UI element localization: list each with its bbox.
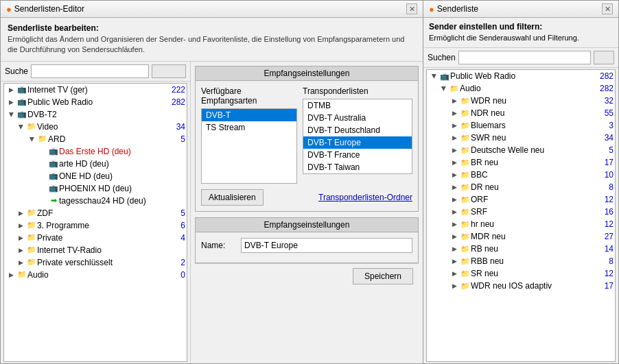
right-expand-wdr-neu-ios[interactable] <box>449 280 460 291</box>
transponder-ordner-link[interactable]: Transponderlisten-Ordner <box>318 193 412 202</box>
right-label-rbb-neu: RBB neu <box>471 256 606 266</box>
bottom-bar: Speichern <box>195 263 419 289</box>
right-expand-dr-neu[interactable] <box>449 182 460 193</box>
search-input[interactable] <box>31 64 149 78</box>
tree-item-phoenix-hd[interactable]: 📺 PHOENIX HD (deu) <box>4 182 187 195</box>
right-expand-bluemars[interactable] <box>449 120 460 131</box>
listbox-item-dtmb[interactable]: DTMB <box>303 99 412 112</box>
expand-internet-tv-radio[interactable] <box>15 245 26 256</box>
right-expand-swr-neu[interactable] <box>449 132 460 143</box>
right-tree-item-wdr-neu[interactable]: 📁 WDR neu 32 <box>427 95 615 107</box>
right-expand-audio[interactable] <box>438 83 449 94</box>
right-expand-mdr-neu[interactable] <box>449 231 460 242</box>
tree-item-private-verschluesselt[interactable]: 📁 Private verschlüsselt 2 <box>4 256 187 269</box>
expand-phoenix-hd <box>37 183 48 194</box>
right-tree-item-swr-neu[interactable]: 📁 SWR neu 34 <box>427 132 615 144</box>
listbox-item-dvbt-australia[interactable]: DVB-T Australia <box>303 112 412 124</box>
right-expand-public-web-radio[interactable] <box>428 71 439 82</box>
count-ard: 5 <box>180 134 185 144</box>
aktualisieren-button[interactable]: Aktualisieren <box>201 189 264 206</box>
right-tree-item-br-neu[interactable]: 📁 BR neu 17 <box>427 156 615 169</box>
right-expand-rb-neu[interactable] <box>449 243 460 254</box>
expand-private[interactable] <box>15 232 26 243</box>
right-tree-item-sr-neu[interactable]: 📁 SR neu 12 <box>427 267 615 280</box>
name-form-row: Name: <box>201 238 412 253</box>
expand-ard[interactable] <box>26 134 37 145</box>
right-panel-close-button[interactable]: ✕ <box>602 3 613 14</box>
tree-item-one-hd[interactable]: 📺 ONE HD (deu) <box>4 170 187 182</box>
rss-icon-left: ● <box>6 4 12 14</box>
right-label-rb-neu: RB neu <box>471 244 602 254</box>
channel-tree[interactable]: 📺 Internet TV (ger) 222 📺 Public Web Rad… <box>3 83 187 362</box>
right-search-button[interactable] <box>594 51 614 64</box>
right-expand-sr-neu[interactable] <box>449 268 460 279</box>
tree-item-arte-hd[interactable]: 📺 arte HD (deu) <box>4 158 187 170</box>
tree-item-video[interactable]: 📁 Video 34 <box>4 121 187 133</box>
transponder-listbox[interactable]: DTMB DVB-T Australia DVB-T Deutschland D… <box>303 99 412 174</box>
expand-private-verschluesselt[interactable] <box>15 257 26 268</box>
right-label-srf: SRF <box>471 207 602 217</box>
tree-item-tagesschau24-hd[interactable]: ➡ tagesschau24 HD (deu) <box>4 195 187 207</box>
listbox-item-dvbt-france[interactable]: DVB-T France <box>303 149 412 161</box>
tree-item-internet-tv-radio[interactable]: 📁 Internet TV-Radio <box>4 244 187 256</box>
right-tree-item-ndr-neu[interactable]: 📁 NDR neu 55 <box>427 107 615 119</box>
right-tree-item-dr-neu[interactable]: 📁 DR neu 8 <box>427 181 615 193</box>
right-tree-item-srf[interactable]: 📁 SRF 16 <box>427 206 615 218</box>
name-label: Name: <box>201 241 235 250</box>
search-button[interactable] <box>152 64 186 78</box>
listbox-item-dvbt-deutschland[interactable]: DVB-T Deutschland <box>303 124 412 136</box>
right-tree-item-mdr-neu[interactable]: 📁 MDR neu 27 <box>427 230 615 243</box>
expand-audio[interactable] <box>5 269 16 280</box>
right-expand-orf[interactable] <box>449 194 460 205</box>
listbox-item-dvbt-taiwan[interactable]: DVB-T Taiwan <box>303 161 412 173</box>
expand-internet-tv[interactable] <box>5 84 16 95</box>
tree-item-ard[interactable]: 📁 ARD 5 <box>4 133 187 145</box>
right-tree-item-deutsche-welle-neu[interactable]: 📁 Deutsche Welle neu 5 <box>427 144 615 156</box>
right-expand-br-neu[interactable] <box>449 157 460 168</box>
right-tree-item-orf[interactable]: 📁 ORF 12 <box>427 193 615 206</box>
right-expand-deutsche-welle-neu[interactable] <box>449 145 460 156</box>
listbox-item-ts-stream[interactable]: TS Stream <box>202 121 296 134</box>
right-tree-item-public-web-radio[interactable]: 📺 Public Web Radio 282 <box>427 70 615 82</box>
expand-dvbt2[interactable] <box>5 109 16 120</box>
save-button[interactable]: Speichern <box>353 268 413 284</box>
right-search-input[interactable] <box>458 51 591 64</box>
right-expand-wdr-neu[interactable] <box>449 95 460 106</box>
listbox-item-dvbt-europe[interactable]: DVB-T Europe <box>303 136 412 149</box>
right-expand-bbc[interactable] <box>449 169 460 180</box>
right-label-mdr-neu: MDR neu <box>471 232 602 241</box>
listbox-item-dvbt-uk[interactable]: DVB-T United Kingdom ... <box>303 173 412 174</box>
left-panel-close-button[interactable]: ✕ <box>406 3 417 14</box>
right-tree-item-bbc[interactable]: 📁 BBC 10 <box>427 169 615 181</box>
right-tree-item-audio[interactable]: 📁 Audio 282 <box>427 82 615 95</box>
right-expand-srf[interactable] <box>449 206 460 217</box>
expand-public-web-radio[interactable] <box>5 97 16 108</box>
right-tree-item-bluemars[interactable]: 📁 Bluemars 3 <box>427 119 615 132</box>
right-expand-ndr-neu[interactable] <box>449 108 460 119</box>
tree-item-zdf[interactable]: 📁 ZDF 5 <box>4 207 187 219</box>
tree-item-private[interactable]: 📁 Private 4 <box>4 232 187 244</box>
right-tree-item-wdr-neu-ios[interactable]: 📁 WDR neu IOS adaptiv 17 <box>427 280 615 292</box>
expand-video[interactable] <box>15 121 26 132</box>
tree-item-public-web-radio[interactable]: 📺 Public Web Radio 282 <box>4 96 187 108</box>
name-input[interactable] <box>241 238 412 253</box>
folder-icon-video: 📁 <box>26 121 37 132</box>
tree-item-internet-tv[interactable]: 📺 Internet TV (ger) 222 <box>4 84 187 96</box>
expand-3programme[interactable] <box>15 220 26 231</box>
empfangsarten-listbox[interactable]: DVB-T TS Stream <box>201 108 297 184</box>
listbox-item-dvbt[interactable]: DVB-T <box>202 109 296 121</box>
right-channel-tree[interactable]: 📺 Public Web Radio 282 📁 Audio 282 📁 WDR… <box>426 69 616 362</box>
right-tree-item-rbb-neu[interactable]: 📁 RBB neu 8 <box>427 255 615 267</box>
right-folder-icon-mdr-neu: 📁 <box>460 231 471 242</box>
expand-tagesschau24-hd <box>37 195 48 206</box>
tree-item-dvbt2[interactable]: 📺 DVB-T2 <box>4 108 187 121</box>
tree-item-das-erste[interactable]: 📺 Das Erste HD (deu) <box>4 145 187 158</box>
right-tree-item-hr-neu[interactable]: 📁 hr neu 12 <box>427 218 615 230</box>
expand-zdf[interactable] <box>15 208 26 219</box>
right-expand-rbb-neu[interactable] <box>449 256 460 267</box>
tree-item-audio[interactable]: 📁 Audio 0 <box>4 269 187 281</box>
tree-item-3programme[interactable]: 📁 3. Programme 6 <box>4 219 187 232</box>
right-folder-icon-rb-neu: 📁 <box>460 243 471 254</box>
right-expand-hr-neu[interactable] <box>449 219 460 230</box>
right-tree-item-rb-neu[interactable]: 📁 RB neu 14 <box>427 243 615 255</box>
